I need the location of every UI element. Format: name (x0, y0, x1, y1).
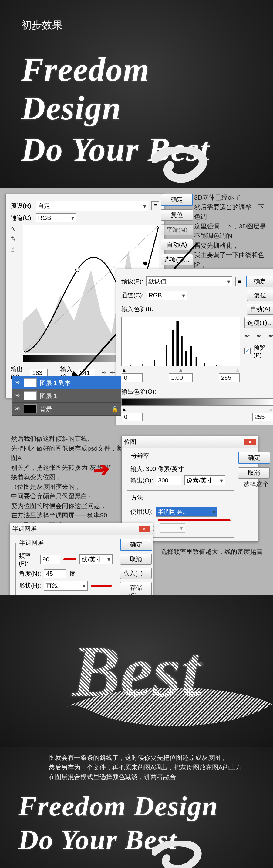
annotation-pick-this: 选择这个 (243, 479, 269, 489)
menu-icon[interactable]: ≡ (235, 277, 243, 286)
levels-out-black[interactable]: 0 (122, 412, 143, 422)
levels-dialog: 预设(E): 默认值 ≡ 确定 通道(C): RGB 复位 输入色阶(I): 自… (116, 269, 273, 426)
layer-name: 图层 1 (40, 392, 57, 400)
curve-tool-point-icon[interactable]: ∿ (11, 225, 21, 233)
halftone-freq-label: 频率(F): (19, 552, 37, 567)
layers-panel: 👁 图层 1 副本 👁 图层 1 👁 背景 🔒 (11, 376, 121, 416)
curves-preset-dropdown[interactable]: 自定 (36, 201, 148, 211)
lock-icon: 🔒 (111, 405, 118, 412)
bitmap-cancel-button[interactable]: 取消 (238, 467, 270, 478)
levels-preset-label: 预设(E): (121, 277, 143, 286)
visibility-icon[interactable]: 👁 (14, 406, 21, 412)
svg-rect-21 (181, 336, 182, 366)
svg-rect-19 (172, 330, 174, 366)
close-icon[interactable]: ✕ (244, 439, 256, 445)
svg-rect-23 (190, 346, 192, 366)
curves-preset-label: 预设(R): (11, 202, 33, 210)
curves-smooth-button: 平滑(M) (161, 224, 193, 236)
annotation-frequency-note: 选择频率里数值越大，线的密度越高 (161, 547, 263, 557)
hero-line-1: Freedom Design (21, 51, 252, 127)
svg-rect-24 (196, 357, 197, 366)
levels-histogram[interactable] (121, 317, 240, 366)
levels-slider-mid-icon[interactable]: ▲ (178, 367, 183, 373)
halftone-load-button[interactable]: 载入(L)… (120, 568, 152, 579)
halftone-group: 半调网屏 (19, 539, 44, 547)
levels-in-white[interactable]: 255 (219, 373, 240, 382)
section-title: 初步效果 (21, 18, 252, 32)
svg-rect-22 (185, 351, 187, 366)
levels-channel-dropdown[interactable]: RGB (146, 291, 187, 300)
halftone-angle-unit: 度 (69, 570, 75, 578)
layer-name: 背景 (40, 405, 52, 413)
levels-auto-button[interactable]: 自动(A) (247, 304, 273, 315)
levels-in-mid[interactable]: 1.00 (169, 373, 193, 382)
levels-ok-button[interactable]: 确定 (246, 276, 273, 287)
levels-slider-white-icon[interactable]: ▲ (235, 367, 240, 373)
bitmap-method-group: 方法 (130, 494, 144, 502)
halftone-freq-unit[interactable]: 线/英寸 (79, 555, 112, 564)
levels-reset-button[interactable]: 复位 (247, 290, 273, 301)
curve-tool-finger-icon[interactable]: ☝︎ (11, 246, 21, 253)
red-underline (63, 558, 76, 560)
halftone-shape-dropdown[interactable]: 直线 (44, 581, 88, 591)
curves-channel-label: 通道(C): (11, 214, 33, 222)
svg-rect-26 (216, 365, 217, 366)
levels-output-gradient[interactable] (121, 398, 273, 406)
bitmap-custom-pattern (160, 524, 185, 533)
levels-slider-black-icon[interactable]: ▲ (121, 367, 127, 373)
bitmap-method-dropdown[interactable]: 半调网屏… (156, 507, 217, 517)
curves-ok-button[interactable]: 确定 (161, 194, 193, 206)
layer-thumb (24, 391, 37, 400)
levels-preview-label: 预览(P) (253, 344, 273, 359)
bitmap-ok-button[interactable]: 确定 (238, 452, 270, 464)
curve-tool-pencil-icon[interactable]: ✎ (11, 235, 21, 243)
swirl-decoration (152, 147, 231, 184)
levels-in-black[interactable]: 0 (122, 373, 143, 382)
bitmap-input-res: 输入: 300 像素/英寸 (130, 465, 184, 473)
halftone-freq-value[interactable]: 90 (40, 555, 60, 564)
layer-thumb (24, 404, 37, 413)
annotation-merge: 图就会有一条条的斜线了，这时候你要先把位图还原成灰度图， 然后另存为一个文件，再… (48, 753, 255, 782)
visibility-icon[interactable]: 👁 (14, 393, 21, 400)
close-icon[interactable]: ✕ (139, 526, 150, 532)
curves-channel-dropdown[interactable]: RGB (36, 213, 76, 222)
levels-preset-dropdown[interactable]: 默认值 (146, 276, 232, 286)
levels-preview-checkbox[interactable] (244, 348, 250, 354)
svg-rect-25 (204, 363, 205, 366)
bitmap-method-label: 使用(U): (130, 508, 152, 516)
levels-input-label: 输入色阶(I): (121, 305, 153, 313)
halftone-angle-value[interactable]: 45 (44, 569, 66, 578)
eyedropper-gray-icon[interactable]: ✒︎ (256, 332, 262, 340)
layer-thumb (24, 378, 37, 388)
layer-row[interactable]: 👁 图层 1 (12, 390, 121, 403)
swirl-decoration (152, 841, 221, 868)
bitmap-output-value[interactable]: 300 (156, 476, 181, 485)
red-underline (91, 585, 112, 587)
curves-cancel-button[interactable]: 复位 (161, 209, 193, 221)
red-underline (158, 519, 231, 521)
levels-out-slider-white-icon[interactable]: ▲ (268, 406, 273, 412)
svg-rect-20 (176, 320, 179, 366)
bitmap-output-label: 输出(O): (130, 476, 153, 485)
halftone-cancel-button[interactable]: 取消 (120, 554, 152, 565)
levels-out-slider-black-icon[interactable]: ▲ (121, 406, 127, 412)
eyedropper-black-icon[interactable]: ✒︎ (244, 332, 250, 340)
bitmap-output-unit[interactable]: 像素/英寸 (184, 475, 225, 486)
dialog-title: 半调网屏 (12, 525, 37, 533)
layer-name: 图层 1 副本 (40, 379, 71, 387)
dialog-title: 位图 (124, 438, 136, 446)
halftone-dialog: 半调网屏 ✕ 半调网屏 频率(F): 90 线/英寸 角度(N): 45 度 形… (10, 523, 153, 604)
levels-options-button[interactable]: 选项(T)… (244, 317, 273, 329)
levels-channel-label: 通道(C): (121, 291, 143, 300)
halftone-shape-label: 形状(H): (19, 582, 41, 590)
levels-out-white[interactable]: 255 (252, 412, 273, 422)
layer-row-selected[interactable]: 👁 图层 1 副本 (12, 376, 121, 390)
annotation-bitmap: 然后我们做这种倾斜的直线。 先把刚才做好的图像保存成psd文件，就叫图A 别关掉… (11, 434, 132, 530)
layer-row[interactable]: 👁 背景 🔒 (12, 403, 121, 415)
red-arrow-icon: ➔ (92, 457, 111, 482)
visibility-icon[interactable]: 👁 (14, 379, 21, 386)
menu-icon[interactable]: ≡ (151, 202, 159, 210)
halftone-ok-button[interactable]: 确定 (120, 539, 152, 551)
halftone-angle-label: 角度(N): (19, 570, 41, 578)
eyedropper-white-icon[interactable]: ✒︎ (268, 332, 273, 340)
